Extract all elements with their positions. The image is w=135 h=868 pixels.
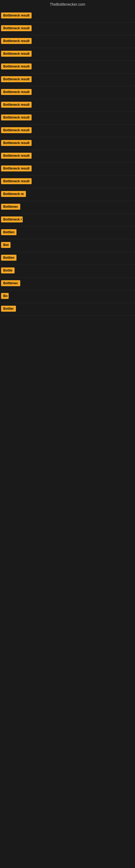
result-row: Bottleneck result bbox=[0, 23, 135, 35]
result-row: Bottleneck result bbox=[0, 61, 135, 73]
result-row: Bottler bbox=[0, 303, 135, 316]
result-row: Bottleneck result bbox=[0, 73, 135, 86]
bottleneck-badge[interactable]: Bottleneck result bbox=[1, 165, 32, 172]
site-header: TheBottlenecker.com bbox=[0, 0, 135, 10]
results-container: Bottleneck resultBottleneck resultBottle… bbox=[0, 10, 135, 316]
bottleneck-badge[interactable]: Bo bbox=[1, 293, 9, 299]
result-row: Bottleneck re bbox=[0, 188, 135, 201]
result-row: Bottleneck result bbox=[0, 163, 135, 176]
bottleneck-badge[interactable]: Bottleneck result bbox=[1, 25, 32, 31]
result-row: Bottlen bbox=[0, 226, 135, 239]
bottleneck-badge[interactable]: Bottleneck result bbox=[1, 127, 32, 133]
bottleneck-badge[interactable]: Bottleneck result bbox=[1, 115, 32, 120]
bottleneck-badge[interactable]: Bottlen bbox=[1, 255, 16, 261]
result-row: Bottleneck result bbox=[0, 137, 135, 150]
result-row: Bottleneck result bbox=[0, 176, 135, 188]
result-row: Bottlenec bbox=[0, 201, 135, 214]
result-row: Bottlenec bbox=[0, 278, 135, 290]
site-title: TheBottlenecker.com bbox=[50, 2, 85, 6]
result-row: Bottleneck r bbox=[0, 214, 135, 226]
result-row: Bottleneck result bbox=[0, 150, 135, 163]
result-row: Bottleneck result bbox=[0, 112, 135, 124]
bottleneck-badge[interactable]: Bottleneck result bbox=[1, 76, 32, 82]
result-row: Bottlen bbox=[0, 252, 135, 265]
bottleneck-badge[interactable]: Bottle bbox=[1, 268, 14, 273]
bottleneck-badge[interactable]: Bottleneck result bbox=[1, 153, 32, 159]
bottleneck-badge[interactable]: Bottleneck result bbox=[1, 51, 32, 57]
result-row: Bottleneck result bbox=[0, 10, 135, 23]
result-row: Bottleneck result bbox=[0, 99, 135, 112]
bottleneck-badge[interactable]: Bot bbox=[1, 242, 10, 248]
result-row: Bottleneck result bbox=[0, 48, 135, 61]
bottleneck-badge[interactable]: Bottlenec bbox=[1, 280, 20, 286]
result-row: Bottleneck result bbox=[0, 124, 135, 137]
result-row: Bottleneck result bbox=[0, 35, 135, 48]
result-row: Bottleneck result bbox=[0, 86, 135, 99]
bottleneck-badge[interactable]: Bottler bbox=[1, 306, 16, 312]
bottleneck-badge[interactable]: Bottleneck result bbox=[1, 63, 32, 69]
bottleneck-badge[interactable]: Bottleneck result bbox=[1, 178, 32, 184]
result-row: Bo bbox=[0, 290, 135, 303]
bottleneck-badge[interactable]: Bottleneck re bbox=[1, 191, 26, 197]
bottleneck-badge[interactable]: Bottleneck r bbox=[1, 216, 23, 222]
bottleneck-badge[interactable]: Bottleneck result bbox=[1, 140, 32, 146]
result-row: Bot bbox=[0, 239, 135, 252]
bottleneck-badge[interactable]: Bottleneck result bbox=[1, 12, 32, 19]
bottleneck-badge[interactable]: Bottleneck result bbox=[1, 102, 32, 108]
bottleneck-badge[interactable]: Bottlen bbox=[1, 229, 16, 235]
bottleneck-badge[interactable]: Bottleneck result bbox=[1, 38, 32, 44]
bottleneck-badge[interactable]: Bottlenec bbox=[1, 204, 20, 210]
result-row: Bottle bbox=[0, 265, 135, 278]
bottleneck-badge[interactable]: Bottleneck result bbox=[1, 89, 32, 95]
